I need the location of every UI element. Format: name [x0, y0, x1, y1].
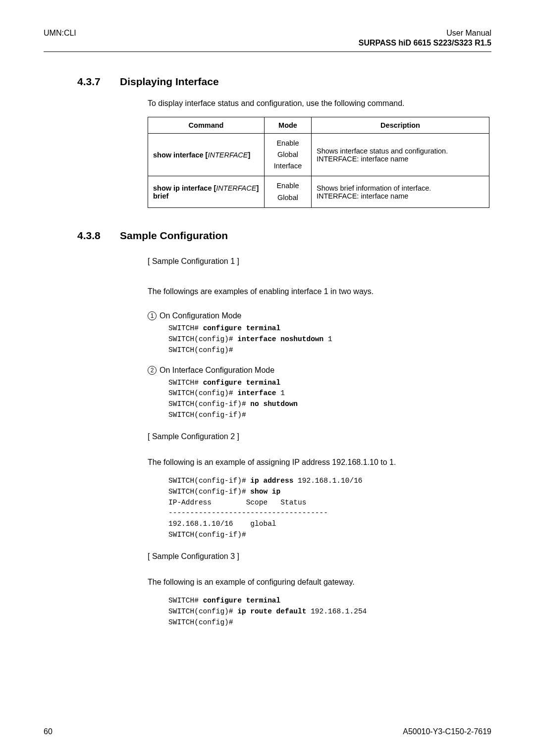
section-437-heading: 4.3.7 Displaying Interface [44, 76, 491, 88]
sample-config-2-intro: The following is an example of assigning… [148, 456, 491, 469]
cmd-show-ip-interface-brief: show ip interface [INTERFACE] brief [148, 176, 265, 207]
th-command: Command [148, 117, 265, 133]
code-block-step2: SWITCH# configure terminal SWITCH(config… [168, 378, 491, 421]
sample-config-3-intro: The following is an example of configuri… [148, 576, 491, 589]
section-437-intro: To display interface status and configur… [148, 98, 491, 110]
step-1-heading: 1On Configuration Mode [148, 311, 491, 320]
code-block-sample3: SWITCH# configure terminal SWITCH(config… [168, 596, 491, 628]
sample-config-1-label: [ Sample Configuration 1 ] [148, 255, 491, 268]
section-438-title: Sample Configuration [120, 230, 228, 242]
section-438-number: 4.3.8 [77, 230, 106, 242]
desc-cell: Shows brief information of interface. IN… [312, 176, 489, 207]
th-description: Description [312, 117, 489, 133]
code-block-step1: SWITCH# configure terminal SWITCH(config… [168, 323, 491, 355]
circled-number-2-icon: 2 [148, 366, 157, 375]
sample-config-2-label: [ Sample Configuration 2 ] [148, 431, 491, 443]
desc-cell: Shows interface status and configuration… [312, 133, 489, 176]
section-438-heading: 4.3.8 Sample Configuration [44, 230, 491, 242]
mode-cell: Enable Global Interface [265, 133, 312, 176]
table-row: show ip interface [INTERFACE] brief Enab… [148, 176, 489, 207]
page-footer: 60 A50010-Y3-C150-2-7619 [44, 727, 491, 736]
header-right-sub: SURPASS hiD 6615 S223/S323 R1.5 [44, 39, 491, 48]
cmd-show-interface: show interface [INTERFACE] [148, 133, 265, 176]
mode-cell: Enable Global [265, 176, 312, 207]
page-number: 60 [44, 727, 53, 736]
section-437-number: 4.3.7 [77, 76, 106, 88]
step-2-heading: 2On Interface Configuration Mode [148, 366, 491, 375]
header-rule [44, 51, 491, 52]
header-left: UMN:CLI [44, 29, 76, 38]
table-row: show interface [INTERFACE] Enable Global… [148, 133, 489, 176]
th-mode: Mode [265, 117, 312, 133]
circled-number-1-icon: 1 [148, 311, 157, 320]
interface-command-table: Command Mode Description show interface … [148, 117, 489, 208]
section-437-title: Displaying Interface [120, 76, 219, 88]
sample-config-1-intro: The followings are examples of enabling … [148, 286, 491, 298]
page-header: UMN:CLI User Manual [44, 29, 491, 38]
header-right-top: User Manual [446, 29, 491, 38]
code-block-sample2: SWITCH(config-if)# ip address 192.168.1.… [168, 476, 491, 541]
sample-config-3-label: [ Sample Configuration 3 ] [148, 551, 491, 563]
table-row: Command Mode Description [148, 117, 489, 133]
doc-id: A50010-Y3-C150-2-7619 [403, 727, 491, 736]
